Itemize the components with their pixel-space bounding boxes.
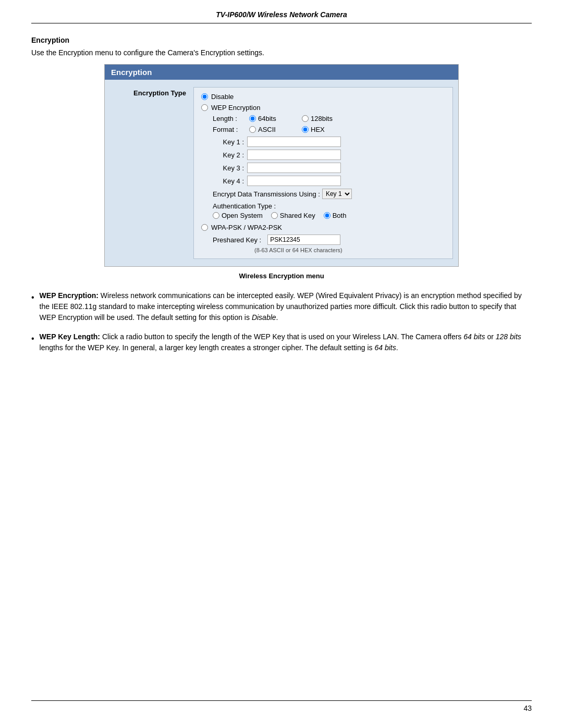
wep-row: WEP Encryption [201, 104, 445, 112]
key1-input[interactable] [247, 137, 341, 147]
bullet1-text: Wireless network communications can be i… [40, 291, 522, 322]
preshared-hint: (8-63 ASCII or 64 HEX characters) [254, 247, 445, 253]
key3-input[interactable] [247, 163, 341, 173]
length-row: Length : 64bits 128bits [213, 115, 445, 122]
length-label: Length : [213, 115, 249, 122]
disable-radio[interactable] [201, 93, 208, 100]
intro-text: Use the Encryption menu to configure the… [31, 48, 532, 57]
page-header: TV-IP600/W Wireless Network Camera [31, 10, 532, 23]
bullet2-text: Click a radio button to specify the leng… [100, 332, 463, 341]
preshared-row: Preshared Key : [213, 235, 445, 245]
bullet2-text3: lengths for the WEP Key. In general, a l… [40, 343, 375, 352]
bullet1-italic: Disable [252, 313, 276, 322]
both-label: Both [333, 212, 347, 219]
ascii-label: ASCII [258, 126, 295, 133]
key4-row: Key 4 : [213, 176, 445, 186]
key1-label: Key 1 : [213, 138, 244, 146]
bullet2-text4: . [396, 343, 398, 352]
preshared-input[interactable] [267, 235, 340, 245]
bullet-section: • WEP Encryption: Wireless network commu… [31, 290, 532, 353]
bullet-item-1: • WEP Encryption: Wireless network commu… [31, 290, 532, 323]
bullet-item-2: • WEP Key Length: Click a radio button t… [31, 331, 532, 353]
open-system-label: Open System [222, 212, 263, 219]
enc-controls: Disable WEP Encryption Length : 64bits 1… [193, 87, 453, 259]
bullet-dot-2: • [31, 332, 34, 353]
disable-row: Disable [201, 93, 445, 101]
page-number: 43 [523, 704, 532, 712]
wep-suboptions: Length : 64bits 128bits Format : ASCII H… [213, 115, 445, 219]
128bits-label: 128bits [311, 115, 347, 122]
key4-input[interactable] [247, 176, 341, 186]
bullet-text-1: WEP Encryption: Wireless network communi… [40, 290, 532, 323]
key2-label: Key 2 : [213, 151, 244, 159]
format-row: Format : ASCII HEX [213, 126, 445, 133]
bullet1-text2: . [276, 313, 278, 322]
bullet2-italic2: 128 bits [496, 332, 521, 341]
disable-label: Disable [211, 93, 234, 101]
both-radio[interactable] [324, 212, 331, 219]
bullet1-bold: WEP Encryption: [40, 291, 99, 300]
key3-row: Key 3 : [213, 163, 445, 173]
bullet2-italic1: 64 bits [463, 332, 485, 341]
page-footer: 43 [31, 700, 532, 712]
key2-input[interactable] [247, 150, 341, 160]
preshared-label: Preshared Key : [213, 236, 261, 244]
bullet-text-2: WEP Key Length: Click a radio button to … [40, 331, 532, 353]
format-label: Format : [213, 126, 249, 133]
auth-type-label: Authentication Type : [213, 202, 445, 210]
caption: Wireless Encryption menu [31, 272, 532, 280]
shared-key-radio[interactable] [271, 212, 278, 219]
64bits-radio[interactable] [249, 115, 256, 122]
encryption-type-label: Encryption Type [110, 87, 193, 259]
section-title: Encryption [31, 36, 532, 44]
auth-options-row: Open System Shared Key Both [213, 212, 445, 219]
encrypt-trans-label: Encrypt Data Transmissions Using : [213, 190, 320, 198]
hex-radio[interactable] [302, 126, 309, 133]
wep-label: WEP Encryption [211, 104, 260, 112]
bullet2-text2: or [485, 332, 496, 341]
header-title: TV-IP600/W Wireless Network Camera [216, 10, 347, 19]
bullet2-bold: WEP Key Length: [40, 332, 100, 341]
panel-header: Encryption [105, 65, 458, 80]
key4-label: Key 4 : [213, 177, 244, 185]
key-select[interactable]: Key 1 Key 2 Key 3 Key 4 [322, 189, 352, 199]
wpa-radio[interactable] [201, 224, 208, 231]
wpa-row: WPA-PSK / WPA2-PSK [201, 224, 445, 231]
encrypt-trans-row: Encrypt Data Transmissions Using : Key 1… [213, 189, 445, 199]
bullet-dot-1: • [31, 291, 34, 323]
64bits-label: 64bits [258, 115, 295, 122]
wpa-label: WPA-PSK / WPA2-PSK [211, 224, 282, 231]
wep-radio[interactable] [201, 104, 208, 111]
hex-label: HEX [311, 126, 347, 133]
bullet2-italic3: 64 bits [374, 343, 396, 352]
panel-body: Encryption Type Disable WEP Encryption L… [105, 80, 458, 266]
open-system-radio[interactable] [213, 212, 219, 219]
key2-row: Key 2 : [213, 150, 445, 160]
key3-label: Key 3 : [213, 164, 244, 172]
ascii-radio[interactable] [249, 126, 256, 133]
encryption-panel: Encryption Encryption Type Disable WEP E… [104, 64, 459, 267]
key1-row: Key 1 : [213, 137, 445, 147]
shared-key-label: Shared Key [280, 212, 315, 219]
128bits-radio[interactable] [302, 115, 309, 122]
